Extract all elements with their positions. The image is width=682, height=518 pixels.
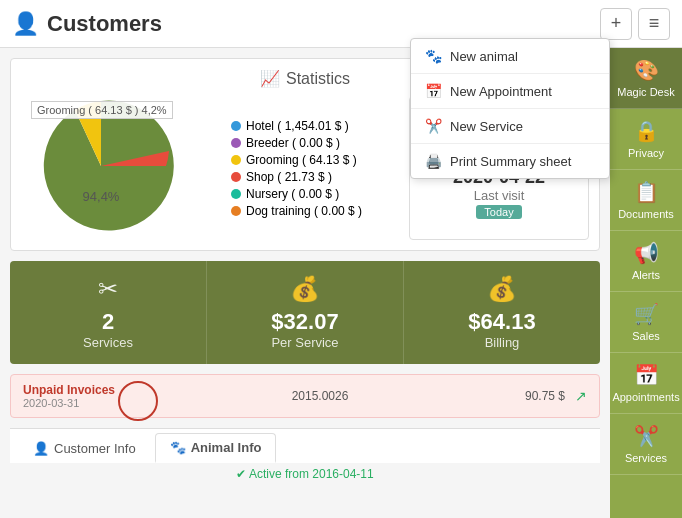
sidebar-label-documents: Documents: [618, 208, 674, 220]
add-button[interactable]: +: [600, 8, 632, 40]
legend-dot-hotel: [231, 121, 241, 131]
legend-item-hotel: Hotel ( 1,454.01 $ ): [231, 119, 399, 133]
service-icon: ✂️: [425, 118, 442, 134]
customer-tab-icon: 👤: [33, 441, 49, 456]
unpaid-invoices-row: Unpaid Invoices 2020-03-31 2015.0026 90.…: [10, 374, 600, 418]
today-badge: Today: [476, 205, 521, 219]
chart-icon: 📈: [260, 69, 280, 88]
unpaid-amount: 90.75 $: [525, 389, 565, 403]
right-sidebar: 🎨 Magic Desk 🔒 Privacy 📋 Documents 📢 Ale…: [610, 48, 682, 518]
appointments-icon: 📅: [634, 363, 659, 387]
dropdown-label-new-service: New Service: [450, 119, 523, 134]
legend-label-grooming: Grooming ( 64.13 $ ): [246, 153, 357, 167]
sidebar-label-services: Services: [625, 452, 667, 464]
service-billing-label: Billing: [485, 335, 520, 350]
tab-customer-info[interactable]: 👤 Customer Info: [18, 433, 151, 463]
privacy-icon: 🔒: [634, 119, 659, 143]
user-icon: 👤: [12, 11, 39, 37]
service-billing-value: $64.13: [468, 309, 535, 335]
legend-label-nursery: Nursery ( 0.00 $ ): [246, 187, 339, 201]
money-billing-icon: 💰: [487, 275, 517, 303]
sidebar-label-appointments: Appointments: [612, 391, 679, 403]
animal-tab-icon: 🐾: [170, 440, 186, 455]
dropdown-label-new-animal: New animal: [450, 49, 518, 64]
dropdown-print-summary[interactable]: 🖨️ Print Summary sheet: [411, 144, 609, 178]
appointment-icon: 📅: [425, 83, 442, 99]
dropdown-new-animal[interactable]: 🐾 New animal: [411, 39, 609, 74]
legend-label-shop: Shop ( 21.73 $ ): [246, 170, 332, 184]
animal-tab-label: Animal Info: [191, 440, 262, 455]
legend-label-breeder: Breeder ( 0.00 $ ): [246, 136, 340, 150]
statistics-title: Statistics: [286, 70, 350, 88]
legend-dot-grooming: [231, 155, 241, 165]
services-row: ✂ 2 Services 💰 $32.07 Per Service 💰 $64.…: [10, 261, 600, 364]
legend-label-dog-training: Dog training ( 0.00 $ ): [246, 204, 362, 218]
sidebar-label-magic-desk: Magic Desk: [617, 86, 674, 98]
sidebar-item-sales[interactable]: 🛒 Sales: [610, 292, 682, 353]
alerts-icon: 📢: [634, 241, 659, 265]
sidebar-label-sales: Sales: [632, 330, 660, 342]
unpaid-date: 2020-03-31: [23, 397, 115, 409]
unpaid-ref: 2015.0026: [125, 389, 515, 403]
pie-label: Grooming ( 64.13 $ ) 4,2%: [31, 101, 173, 119]
tabs: 👤 Customer Info 🐾 Animal Info: [10, 428, 600, 463]
pie-chart-area: Grooming ( 64.13 $ ) 4,2% 94,4%: [21, 96, 221, 240]
legend-dot-dog-training: [231, 206, 241, 216]
pie-percentage: 94,4%: [83, 189, 120, 204]
sidebar-item-privacy[interactable]: 🔒 Privacy: [610, 109, 682, 170]
sidebar-label-privacy: Privacy: [628, 147, 664, 159]
dropdown-new-service[interactable]: ✂️ New Service: [411, 109, 609, 144]
service-per-value: $32.07: [271, 309, 338, 335]
animal-icon: 🐾: [425, 48, 442, 64]
legend-dot-shop: [231, 172, 241, 182]
money-per-service-icon: 💰: [290, 275, 320, 303]
legend-label-hotel: Hotel ( 1,454.01 $ ): [246, 119, 349, 133]
customer-tab-label: Customer Info: [54, 441, 136, 456]
page-title: Customers: [47, 11, 162, 37]
legend-dot-nursery: [231, 189, 241, 199]
tabs-container: 👤 Customer Info 🐾 Animal Info: [10, 428, 600, 463]
active-status-text: ✔ Active from 2016-04-11: [10, 463, 600, 485]
unpaid-label: Unpaid Invoices: [23, 383, 115, 397]
legend-item-shop: Shop ( 21.73 $ ): [231, 170, 399, 184]
magic-desk-icon: 🎨: [634, 58, 659, 82]
sidebar-item-documents[interactable]: 📋 Documents: [610, 170, 682, 231]
header-actions: + ≡: [600, 8, 670, 40]
dropdown-label-print-summary: Print Summary sheet: [450, 154, 571, 169]
print-icon: 🖨️: [425, 153, 442, 169]
dropdown-label-new-appointment: New Appointment: [450, 84, 552, 99]
share-icon[interactable]: ↗: [575, 388, 587, 404]
service-per-label: Per Service: [271, 335, 338, 350]
menu-button[interactable]: ≡: [638, 8, 670, 40]
header-left: 👤 Customers: [12, 11, 162, 37]
tab-animal-info[interactable]: 🐾 Animal Info: [155, 433, 277, 463]
sidebar-item-alerts[interactable]: 📢 Alerts: [610, 231, 682, 292]
dropdown-new-appointment[interactable]: 📅 New Appointment: [411, 74, 609, 109]
legend-item-grooming: Grooming ( 64.13 $ ): [231, 153, 399, 167]
sidebar-label-alerts: Alerts: [632, 269, 660, 281]
legend-item-dog-training: Dog training ( 0.00 $ ): [231, 204, 399, 218]
sidebar-item-magic-desk[interactable]: 🎨 Magic Desk: [610, 48, 682, 109]
service-count-label: Services: [83, 335, 133, 350]
sales-icon: 🛒: [634, 302, 659, 326]
legend-item-breeder: Breeder ( 0.00 $ ): [231, 136, 399, 150]
scissors-icon: ✂: [98, 275, 118, 303]
dropdown-menu: 🐾 New animal 📅 New Appointment ✂️ New Se…: [410, 38, 610, 179]
legend-dot-breeder: [231, 138, 241, 148]
billing-date-label: Last visit: [474, 188, 525, 203]
service-item-billing: 💰 $64.13 Billing: [404, 261, 600, 364]
sidebar-item-services[interactable]: ✂️ Services: [610, 414, 682, 475]
service-item-per-service: 💰 $32.07 Per Service: [207, 261, 404, 364]
sidebar-item-appointments[interactable]: 📅 Appointments: [610, 353, 682, 414]
services-icon: ✂️: [634, 424, 659, 448]
documents-icon: 📋: [634, 180, 659, 204]
service-count-value: 2: [102, 309, 114, 335]
service-item-count: ✂ 2 Services: [10, 261, 207, 364]
pie-legend: Hotel ( 1,454.01 $ ) Breeder ( 0.00 $ ) …: [231, 96, 399, 240]
legend-item-nursery: Nursery ( 0.00 $ ): [231, 187, 399, 201]
